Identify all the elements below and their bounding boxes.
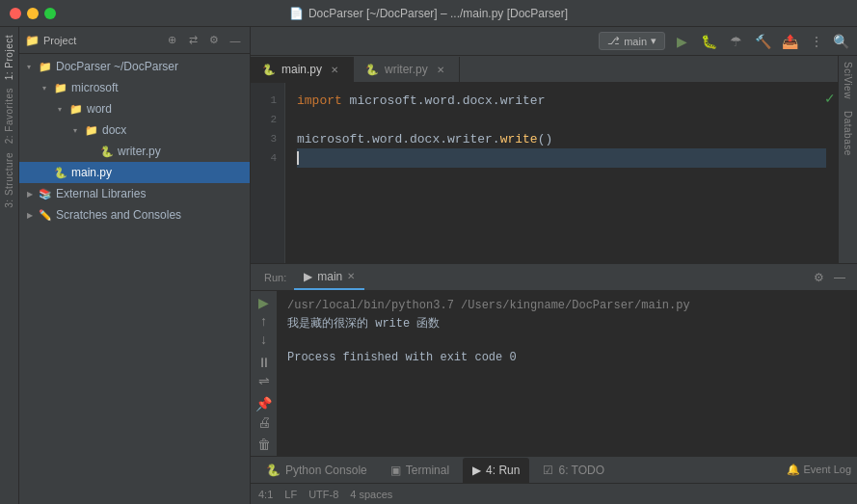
wrap-button[interactable]: ⇌ — [254, 373, 274, 388]
panel-btn-more[interactable]: — — [227, 32, 244, 49]
tree-item-word[interactable]: ▾ 📁 word — [19, 98, 250, 119]
scroll-down-button[interactable]: ↓ — [254, 332, 274, 347]
status-bar: 4:1 LF UTF-8 4 spaces — [251, 483, 857, 504]
tree-item-main-py[interactable]: 🐍 main.py — [19, 162, 250, 183]
tree-item-docparser[interactable]: ▾ 📁 DocParser ~/DocParser — [19, 56, 250, 77]
clear-button[interactable]: 🗑 — [254, 437, 274, 452]
tree-label: word — [87, 102, 112, 116]
status-position[interactable]: 4:1 — [258, 489, 273, 500]
minimize-button[interactable] — [27, 8, 39, 19]
database-label[interactable]: Database — [843, 105, 853, 162]
branch-selector[interactable]: ⎇ main ▾ — [599, 32, 665, 50]
gutter-check-icon: ✓ — [824, 91, 836, 106]
scroll-up-button[interactable]: ↑ — [254, 313, 274, 329]
print-button[interactable]: 🖨 — [254, 414, 274, 430]
status-indent[interactable]: 4 spaces — [350, 489, 392, 500]
terminal-label: Terminal — [406, 464, 449, 477]
terminal-tab[interactable]: ▣ Terminal — [381, 458, 459, 483]
minimize-panel-button[interactable]: — — [830, 268, 849, 287]
coverage-button[interactable]: ☂ — [725, 31, 746, 52]
arrow-icon: ▾ — [27, 63, 39, 71]
tree-label: Scratches and Consoles — [56, 208, 181, 222]
run-control-strip: ▶ ↑ ↓ ⏸ ⇌ 📌 🖨 🗑 — [251, 291, 278, 456]
code-line-4 — [297, 148, 826, 168]
py-file-icon: 🐍 — [100, 146, 114, 158]
run-icon: ▶ — [472, 464, 481, 477]
status-encoding[interactable]: UTF-8 — [308, 489, 338, 500]
code-line-3: microsoft.word.docx.writer. write () — [297, 129, 826, 148]
arrow-icon: ▶ — [27, 211, 39, 220]
tab-writer-py[interactable]: 🐍 writer.py ✕ — [354, 57, 460, 82]
panel-folder-icon: 📁 — [25, 34, 40, 47]
debug-button[interactable]: 🐛 — [698, 31, 719, 52]
deploy-button[interactable]: 📤 — [779, 31, 800, 52]
status-event-log[interactable]: 🔔 Event Log — [787, 464, 851, 476]
arrow-icon: ▾ — [58, 105, 69, 114]
left-sidebar-strip: 1: Project 2: Favorites 3: Structure — [0, 27, 19, 504]
panel-btn-settings[interactable]: ⚙ — [205, 32, 223, 49]
code-content[interactable]: import microsoft.word.docx.writer micros… — [285, 83, 838, 263]
tree-label: main.py — [71, 166, 112, 179]
sciview-label[interactable]: SciView — [843, 56, 853, 105]
run-button[interactable]: ▶ — [671, 31, 692, 52]
tree-label: DocParser ~/DocParser — [56, 60, 178, 73]
run-label: Run: — [258, 272, 292, 283]
code-line-1: import microsoft.word.docx.writer — [297, 91, 826, 110]
tree-item-scratches[interactable]: ▶ ✏️ Scratches and Consoles — [19, 204, 250, 225]
scratches-icon: ✏️ — [39, 209, 52, 222]
code-editor[interactable]: 1 2 3 4 import microsoft.word.docx.write… — [251, 83, 838, 263]
more-button[interactable]: ⋮ — [806, 31, 827, 52]
todo-tab[interactable]: ☑ 6: TODO — [533, 458, 614, 483]
rerun-button[interactable]: ▶ — [254, 295, 274, 310]
py-file-icon: 🐍 — [54, 167, 67, 179]
python-console-tab[interactable]: 🐍 Python Console — [256, 458, 377, 483]
tab-main-py[interactable]: 🐍 main.py ✕ — [251, 57, 354, 82]
tree-label: writer.py — [118, 145, 161, 158]
tree-item-writer-py[interactable]: 🐍 writer.py — [19, 141, 250, 162]
output-line-chinese: 我是藏的很深的 write 函数 — [287, 314, 847, 332]
code-func: write — [500, 132, 538, 146]
python-console-label: Python Console — [285, 464, 367, 477]
output-line-process: Process finished with exit code 0 — [287, 349, 847, 366]
stop-button[interactable]: ⏸ — [254, 355, 274, 370]
run-tab[interactable]: ▶ 4: Run — [463, 458, 529, 483]
bottom-tabs-strip: 🐍 Python Console ▣ Terminal ▶ 4: Run ☑ 6… — [251, 456, 857, 483]
todo-icon: ☑ — [543, 464, 553, 477]
tree-item-ext-libs[interactable]: ▶ 📚 External Libraries — [19, 183, 250, 204]
pin-button[interactable]: 📌 — [254, 396, 274, 411]
panel-title: Project — [43, 35, 159, 46]
close-button[interactable] — [10, 8, 21, 19]
tab-py-icon: 🐍 — [262, 64, 276, 76]
sidebar-item-project[interactable]: 1: Project — [4, 31, 14, 84]
arrow-icon: ▶ — [27, 190, 39, 199]
status-line-ending[interactable]: LF — [284, 489, 297, 500]
settings-button[interactable]: ⚙ — [809, 268, 828, 287]
tab-close-button[interactable]: ✕ — [328, 63, 341, 76]
tab-py-icon: 🐍 — [365, 64, 379, 76]
tab-bar: 🐍 main.py ✕ 🐍 writer.py ✕ — [251, 56, 838, 83]
line-num-1: 1 — [251, 91, 284, 110]
output-content: ▶ ↑ ↓ ⏸ ⇌ 📌 🖨 🗑 /usr/local/bin/python3.7… — [251, 291, 857, 456]
sidebar-item-favorites[interactable]: 2: Favorites — [4, 84, 14, 147]
project-tree: ▾ 📁 DocParser ~/DocParser ▾ 📁 microsoft … — [19, 54, 250, 504]
build-button[interactable]: 🔨 — [752, 31, 773, 52]
maximize-button[interactable] — [44, 8, 56, 19]
tab-label: main.py — [281, 63, 322, 76]
search-button[interactable]: 🔍 — [833, 34, 849, 49]
tree-item-microsoft[interactable]: ▾ 📁 microsoft — [19, 77, 250, 98]
sidebar-item-structure[interactable]: 3: Structure — [4, 148, 14, 212]
panel-btn-sync[interactable]: ⊕ — [163, 32, 180, 49]
panel-btn-collapse[interactable]: ⇄ — [184, 32, 201, 49]
python-console-icon: 🐍 — [266, 464, 281, 477]
output-area[interactable]: /usr/local/bin/python3.7 /Users/kingname… — [278, 291, 857, 456]
output-line-cmd: /usr/local/bin/python3.7 /Users/kingname… — [287, 297, 847, 314]
branch-name: main — [624, 36, 647, 47]
terminal-icon: ▣ — [390, 464, 401, 477]
run-tab-close[interactable]: ✕ — [347, 271, 355, 281]
line-num-3: 3 — [251, 129, 284, 148]
bottom-tab-main[interactable]: ▶ main ✕ — [294, 265, 364, 290]
tree-label: microsoft — [71, 81, 119, 94]
tree-item-docx[interactable]: ▾ 📁 docx — [19, 119, 250, 141]
tab-close-button[interactable]: ✕ — [434, 63, 447, 76]
line-num-4: 4 — [251, 148, 284, 168]
